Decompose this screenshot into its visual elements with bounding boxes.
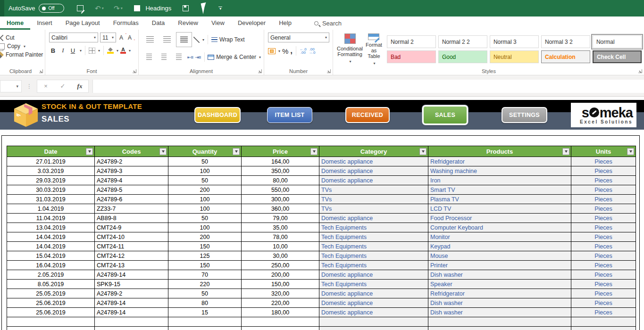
- cell-price[interactable]: 30,00: [242, 251, 319, 261]
- cell-prod[interactable]: [428, 317, 571, 327]
- cell-date[interactable]: 16.04.2019: [7, 261, 95, 270]
- cell-units[interactable]: Pieces: [571, 223, 636, 232]
- format-painter-button[interactable]: Format Painter: [0, 51, 42, 58]
- bottom-align-button[interactable]: [176, 33, 192, 47]
- style-normal[interactable]: Normal: [593, 35, 642, 48]
- tab-page-layout[interactable]: Page Layout: [59, 17, 107, 30]
- column-header-units[interactable]: Units: [571, 146, 636, 157]
- borders-dropdown-icon[interactable]: ▾: [98, 49, 100, 53]
- cell-date[interactable]: 2.05.2019: [7, 270, 95, 280]
- cell-price[interactable]: 80,00: [242, 176, 319, 185]
- style-good[interactable]: Good: [438, 50, 487, 63]
- cell-cat[interactable]: Tech Equipments: [319, 251, 428, 261]
- cell-codes[interactable]: A24789-14: [95, 298, 168, 308]
- cell-units[interactable]: Pieces: [571, 214, 636, 223]
- font-color-button[interactable]: A: [120, 47, 126, 54]
- cell-cat[interactable]: TVs: [319, 185, 428, 195]
- clipboard-dialog-launcher-icon[interactable]: [39, 69, 43, 73]
- cell-cat[interactable]: Tech Equipments: [319, 242, 428, 251]
- filter-dropdown-icon[interactable]: [86, 148, 93, 155]
- borders-icon[interactable]: [89, 48, 95, 54]
- align-right-button[interactable]: [172, 50, 185, 64]
- number-format-select[interactable]: General▾: [268, 33, 329, 42]
- filter-dropdown-icon[interactable]: [562, 148, 569, 155]
- cell-cat[interactable]: Domestic appliance: [319, 166, 428, 176]
- cell-qty[interactable]: 100: [168, 204, 242, 214]
- cell-qty[interactable]: [168, 317, 242, 327]
- cell-codes[interactable]: A24789-14: [95, 308, 168, 317]
- cell-qty[interactable]: 100: [168, 166, 242, 176]
- cell-date[interactable]: 11.04.2019: [7, 214, 95, 223]
- cell-price[interactable]: 550,00: [242, 185, 319, 195]
- style-calculation[interactable]: Calculation: [541, 50, 590, 63]
- cell-units[interactable]: Pieces: [571, 176, 636, 185]
- style-normal-3-2[interactable]: Normal 3 2: [541, 35, 590, 48]
- cell-cat[interactable]: Domestic appliance: [319, 214, 428, 223]
- insert-function-icon[interactable]: fx: [71, 82, 88, 90]
- cell-qty[interactable]: 70: [168, 270, 242, 280]
- nav-button-settings[interactable]: SETTINGS: [502, 107, 547, 123]
- cell-price[interactable]: [242, 327, 319, 330]
- tab-help[interactable]: Help: [272, 17, 298, 30]
- underline-button[interactable]: U: [69, 47, 77, 54]
- cell-codes[interactable]: ZZ33-7: [95, 204, 168, 214]
- cell-prod[interactable]: Computer Keyboard: [428, 223, 571, 232]
- cell-qty[interactable]: 150: [168, 242, 242, 251]
- cell-price[interactable]: 200,00: [242, 270, 319, 280]
- cell-price[interactable]: 10,00: [242, 242, 319, 251]
- cell-date[interactable]: 29.03.2019: [7, 176, 95, 185]
- cell-codes[interactable]: A24789-2: [95, 157, 168, 166]
- cell-date[interactable]: 14.04.2019: [7, 232, 95, 242]
- decrease-indent-icon[interactable]: ⇤≡: [187, 55, 193, 60]
- cell-price[interactable]: 220,00: [242, 298, 319, 308]
- cell-qty[interactable]: 100: [168, 223, 242, 232]
- cell-date[interactable]: 3.03.2019: [7, 166, 95, 176]
- cell-price[interactable]: 78,00: [242, 232, 319, 242]
- cell-codes[interactable]: A24789-14: [95, 270, 168, 280]
- cell-prod[interactable]: Dish washer: [428, 298, 571, 308]
- someka-logo[interactable]: smeka Excel Solutions: [571, 103, 636, 127]
- cell-qty[interactable]: 50: [168, 157, 242, 166]
- cell-date[interactable]: 27.01.2019: [7, 157, 95, 166]
- cell-codes[interactable]: CMT24-9: [95, 223, 168, 232]
- cell-prod[interactable]: Iron: [428, 176, 571, 185]
- decrease-decimal-button[interactable]: .00 →.0: [309, 48, 316, 54]
- cell-prod[interactable]: Refridgerator: [428, 157, 571, 166]
- cell-prod[interactable]: Speaker: [428, 280, 571, 289]
- cell-price[interactable]: 250,00: [242, 261, 319, 270]
- nav-button-dashboard[interactable]: DASHBOARD: [194, 107, 241, 123]
- filter-dropdown-icon[interactable]: [159, 148, 167, 155]
- cell-codes[interactable]: CMT24-11: [95, 242, 168, 251]
- align-center-button[interactable]: [158, 50, 171, 64]
- column-header-category[interactable]: Category: [319, 146, 428, 157]
- align-left-button[interactable]: [142, 50, 156, 64]
- cut-button[interactable]: Cut: [0, 34, 42, 41]
- cell-prod[interactable]: Printer: [428, 261, 571, 270]
- tab-data[interactable]: Data: [145, 17, 171, 30]
- cell-cat[interactable]: Tech Equipments: [319, 261, 428, 270]
- cell-cat[interactable]: Tech Equipments: [319, 223, 428, 232]
- cell-prod[interactable]: Washing machine: [428, 166, 571, 176]
- font-size-select[interactable]: 11▾: [100, 33, 116, 42]
- cell-prod[interactable]: [428, 327, 571, 330]
- cell-units[interactable]: Pieces: [571, 289, 636, 298]
- cell-prod[interactable]: Mouse: [428, 251, 571, 261]
- cell-units[interactable]: Pieces: [571, 166, 636, 176]
- cell-qty[interactable]: 100: [168, 195, 242, 204]
- cell-price[interactable]: 360,00: [242, 204, 319, 214]
- formula-input[interactable]: [92, 80, 644, 93]
- cell-codes[interactable]: SPK9-15: [95, 280, 168, 289]
- number-dialog-launcher-icon[interactable]: [327, 69, 331, 73]
- cell-cat[interactable]: Domestic appliance: [319, 298, 428, 308]
- cell-codes[interactable]: CMT24-12: [95, 251, 168, 261]
- column-header-products[interactable]: Products: [428, 146, 571, 157]
- cell-codes[interactable]: A24789-3: [95, 166, 168, 176]
- cell-qty[interactable]: 50: [168, 214, 242, 223]
- cell-price[interactable]: 350,00: [242, 166, 319, 176]
- cell-date[interactable]: 14.04.2019: [7, 242, 95, 251]
- cell-codes[interactable]: A24789-5: [95, 185, 168, 195]
- alignment-dialog-launcher-icon[interactable]: [258, 69, 262, 73]
- conditional-formatting-button[interactable]: Conditional Formatting▾: [337, 33, 363, 66]
- cell-units[interactable]: Pieces: [571, 242, 636, 251]
- nav-button-item-list[interactable]: ITEM LIST: [267, 107, 312, 123]
